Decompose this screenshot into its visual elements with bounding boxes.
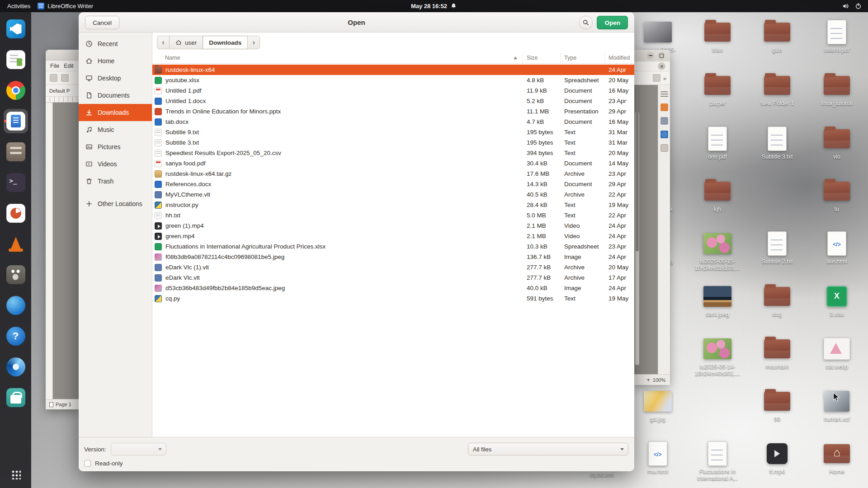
desktop-icon[interactable]: one.pdf: [693, 125, 742, 160]
Subtitle 3.txt[interactable]: Subtitle 3.txt 195 bytes Text 31 Mar: [152, 137, 634, 148]
clock-menu[interactable]: May 28 16:52: [411, 0, 457, 12]
system-status-menu[interactable]: [842, 3, 868, 9]
Trends in Online Education for Minors.pptx[interactable]: Trends in Online Education for Minors.pp…: [152, 106, 634, 117]
desktop-icon[interactable]: Home: [812, 440, 862, 475]
sidebar-place[interactable]: Pictures: [79, 138, 152, 155]
rustdesk-linux-x64[interactable]: rustdesk-linux-x64 24 Apr: [152, 65, 634, 75]
focused-app-menu[interactable]: LibreOffice Writer: [38, 3, 93, 9]
open-button[interactable]: Open: [597, 16, 628, 29]
eDark Vlc (1).vlt[interactable]: eDark Vlc (1).vlt 277.7 kB Archive 20 Ma…: [152, 262, 634, 272]
desktop-icon[interactable]: like.html: [812, 230, 862, 265]
desktop-icon[interactable]: parper: [693, 71, 742, 107]
minimize-icon[interactable]: [646, 52, 654, 60]
gallery-icon[interactable]: [660, 144, 668, 152]
sidebar-place[interactable]: Desktop: [79, 70, 152, 87]
path-segment-user[interactable]: user: [169, 36, 203, 49]
desktop-icon[interactable]: kjh: [693, 177, 742, 213]
zoom-in-icon[interactable]: [646, 376, 650, 383]
f08b3db9a08782114c4bc09698081be5.jpeg[interactable]: f08b3db9a08782114c4bc09698081be5.jpeg 13…: [152, 252, 634, 262]
desktop-icon[interactable]: biao: [693, 18, 742, 54]
close-icon[interactable]: [658, 62, 665, 70]
libreoffice-impress-icon[interactable]: [4, 201, 28, 225]
blue-app-icon[interactable]: [4, 293, 28, 318]
sidebar-item-other-locations[interactable]: Other Locations: [79, 195, 152, 212]
software-store-icon[interactable]: [4, 385, 28, 410]
desktop-icon[interactable]: linux_tutorial: [812, 71, 862, 107]
References.docx[interactable]: References.docx 14.3 kB Document 29 Apr: [152, 179, 634, 189]
desktop-icon[interactable]: tu: [812, 177, 862, 213]
toolbar-icon[interactable]: [61, 74, 69, 82]
MyVLCtheme.vlt[interactable]: MyVLCtheme.vlt 40.5 kB Archive 22 Apr: [152, 189, 634, 200]
sidebar-place[interactable]: Recent: [79, 35, 152, 52]
Subtitle 9.txt[interactable]: Subtitle 9.txt 195 bytes Text 31 Mar: [152, 127, 634, 137]
green.mp4[interactable]: green.mp4 2.1 MB Video 24 Apr: [152, 231, 634, 241]
column-header-modified[interactable]: Modified: [605, 52, 634, 63]
toolbar-icon[interactable]: [653, 74, 660, 82]
Untitled 1.pdf[interactable]: Untitled 1.pdf 11.9 kB Document 16 May: [152, 85, 634, 96]
eDark Vlc.vlt[interactable]: eDark Vlc.vlt 277.7 kB Archive 17 Apr: [152, 272, 634, 283]
path-back-button[interactable]: [157, 36, 170, 49]
desktop-icon[interactable]: ff.mp4: [752, 440, 802, 475]
green (1).mp4[interactable]: green (1).mp4 2.1 MB Video 24 Apr: [152, 221, 634, 231]
toolbar-overflow-icon[interactable]: [663, 74, 666, 82]
column-header-name[interactable]: Name: [152, 52, 523, 63]
desktop-icon[interactable]: tu2025-05-15-10h24m01s103....: [693, 230, 742, 272]
d53cb36b483d49fbb2b84e185b9d5eac.jpeg[interactable]: d53cb36b483d49fbb2b84e185b9d5eac.jpeg 40…: [152, 283, 634, 293]
search-button[interactable]: [579, 16, 593, 29]
column-header-type[interactable]: Type: [561, 52, 605, 63]
desktop-icon[interactable]: dark.jpeg: [693, 282, 742, 318]
desktop-icon[interactable]: Subtitle 2.txt: [752, 230, 802, 265]
column-header-size[interactable]: Size: [523, 52, 561, 63]
path-forward-button[interactable]: [247, 36, 260, 49]
help-icon[interactable]: [4, 324, 28, 348]
properties-icon[interactable]: [660, 103, 668, 111]
menu-file[interactable]: File: [50, 63, 59, 69]
menu-edit[interactable]: Edit: [64, 63, 74, 69]
version-dropdown[interactable]: [111, 443, 166, 455]
navigator-icon[interactable]: [660, 131, 668, 138]
path-segment-downloads[interactable]: Downloads: [203, 36, 248, 49]
desktop-icon[interactable]: 3.xlsx: [812, 282, 862, 318]
Untitled 1.docx[interactable]: Untitled 1.docx 5.2 kB Document 23 Apr: [152, 96, 634, 106]
read-only-checkbox[interactable]: [84, 460, 91, 467]
file-type-dropdown[interactable]: All files: [468, 443, 628, 455]
vlc-icon[interactable]: [4, 232, 28, 256]
desktop-icon[interactable]: tu2025-05-14-16h24m40s301....: [693, 335, 742, 377]
maximize-icon[interactable]: [658, 52, 665, 60]
tab.docx[interactable]: tab.docx 4.7 kB Document 16 May: [152, 117, 634, 127]
desktop-icon[interactable]: mw.html: [633, 440, 683, 475]
styles-icon[interactable]: [660, 117, 668, 125]
desktop-icon[interactable]: 99: [752, 387, 802, 423]
terminal-icon[interactable]: [4, 170, 28, 195]
show-applications-button[interactable]: [7, 465, 25, 483]
desktop-icon[interactable]: Subtitle 3.txt: [752, 125, 802, 160]
toolbar-icon[interactable]: [50, 74, 57, 82]
cq.py[interactable]: cq.py 591 bytes Text 19 May: [152, 293, 634, 304]
desktop-icon[interactable]: gd.jpg: [633, 387, 683, 423]
instructor.py[interactable]: instructor.py 28.4 kB Text 19 May: [152, 200, 634, 210]
youtube.xlsx[interactable]: youtube.xlsx 4.8 kB Spreadsheet 20 May: [152, 75, 634, 85]
sanya food.pdf[interactable]: sanya food.pdf 30.4 kB Document 14 May: [152, 158, 634, 169]
desktop-icon[interactable]: vio: [812, 125, 862, 160]
desktop-icon[interactable]: dog: [752, 282, 802, 318]
cancel-button[interactable]: Cancel: [85, 16, 119, 29]
file-manager-icon[interactable]: [4, 140, 28, 164]
libreoffice-calc-icon[interactable]: [4, 47, 28, 72]
sidebar-place[interactable]: Home: [79, 52, 152, 70]
desktop-icon[interactable]: Fluctuations in International A...: [693, 440, 742, 482]
desktop-icon[interactable]: New Folder 1: [752, 71, 802, 107]
sidebar-place[interactable]: Documents: [79, 87, 152, 104]
activities-button[interactable]: Activities: [7, 3, 30, 9]
vertical-scrollbar[interactable]: [635, 112, 639, 365]
chrome-icon[interactable]: [4, 78, 28, 103]
vscode-icon[interactable]: [4, 17, 28, 41]
hh.txt[interactable]: hh.txt 5.0 MB Text 22 Apr: [152, 210, 634, 221]
rustdesk-linux-x64.tar.gz[interactable]: rustdesk-linux-x64.tar.gz 17.6 MB Archiv…: [152, 169, 634, 179]
desktop-icon[interactable]: cat.webp: [812, 335, 862, 371]
sidebar-place[interactable]: Videos: [79, 155, 152, 173]
settings-app-icon[interactable]: [4, 355, 28, 379]
scrollbar-thumb[interactable]: [636, 112, 639, 251]
desktop-icon[interactable]: gub: [752, 18, 802, 54]
sidebar-place[interactable]: Trash: [79, 173, 152, 190]
sidebar-menu-icon[interactable]: [660, 91, 668, 98]
